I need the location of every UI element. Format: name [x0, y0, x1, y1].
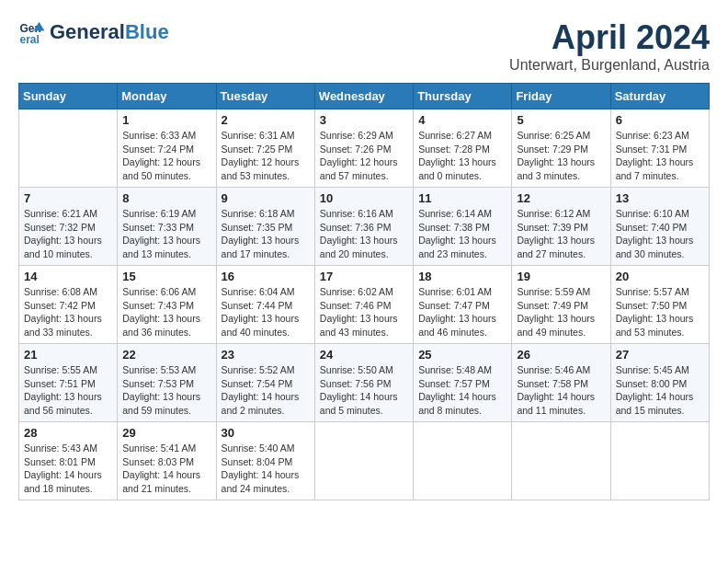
day-info: Sunrise: 5:43 AM Sunset: 8:01 PM Dayligh…: [24, 442, 112, 496]
day-info: Sunrise: 6:21 AM Sunset: 7:32 PM Dayligh…: [24, 207, 112, 261]
day-number: 7: [24, 191, 112, 205]
day-info: Sunrise: 6:31 AM Sunset: 7:25 PM Dayligh…: [222, 129, 310, 183]
day-number: 9: [222, 191, 310, 205]
day-number: 25: [418, 348, 506, 362]
day-info: Sunrise: 6:04 AM Sunset: 7:44 PM Dayligh…: [222, 285, 310, 339]
day-info: Sunrise: 5:40 AM Sunset: 8:04 PM Dayligh…: [222, 442, 310, 496]
day-info: Sunrise: 6:29 AM Sunset: 7:26 PM Dayligh…: [320, 129, 408, 183]
calendar-week-row: 1Sunrise: 6:33 AM Sunset: 7:24 PM Daylig…: [19, 109, 710, 188]
day-number: 12: [517, 191, 605, 205]
calendar-day-cell: 18Sunrise: 6:01 AM Sunset: 7:47 PM Dayli…: [414, 266, 512, 344]
calendar-day-cell: 5Sunrise: 6:25 AM Sunset: 7:29 PM Daylig…: [512, 109, 610, 188]
day-number: 4: [418, 113, 506, 127]
day-info: Sunrise: 6:27 AM Sunset: 7:28 PM Dayligh…: [418, 129, 506, 183]
day-number: 29: [122, 426, 210, 440]
calendar-day-cell: 28Sunrise: 5:43 AM Sunset: 8:01 PM Dayli…: [19, 422, 118, 500]
day-number: 1: [122, 113, 210, 127]
day-number: 21: [24, 348, 112, 362]
day-info: Sunrise: 5:41 AM Sunset: 8:03 PM Dayligh…: [122, 442, 210, 496]
day-number: 23: [222, 348, 310, 362]
calendar-week-row: 14Sunrise: 6:08 AM Sunset: 7:42 PM Dayli…: [19, 266, 710, 344]
calendar-day-cell: [19, 109, 118, 188]
month-title: April 2024: [509, 18, 710, 57]
day-number: 14: [24, 270, 112, 283]
day-number: 17: [320, 270, 408, 283]
day-number: 3: [320, 113, 408, 127]
day-number: 8: [122, 191, 210, 205]
weekday-header: Friday: [512, 84, 610, 109]
calendar-header-row: SundayMondayTuesdayWednesdayThursdayFrid…: [19, 84, 710, 109]
day-info: Sunrise: 6:33 AM Sunset: 7:24 PM Dayligh…: [122, 129, 210, 183]
day-info: Sunrise: 6:01 AM Sunset: 7:47 PM Dayligh…: [418, 285, 506, 339]
svg-text:eral: eral: [20, 33, 40, 46]
day-info: Sunrise: 6:12 AM Sunset: 7:39 PM Dayligh…: [517, 207, 605, 261]
calendar-day-cell: 12Sunrise: 6:12 AM Sunset: 7:39 PM Dayli…: [512, 188, 610, 266]
day-info: Sunrise: 5:50 AM Sunset: 7:56 PM Dayligh…: [320, 363, 408, 418]
calendar-day-cell: 10Sunrise: 6:16 AM Sunset: 7:36 PM Dayli…: [314, 188, 413, 266]
calendar-day-cell: 21Sunrise: 5:55 AM Sunset: 7:51 PM Dayli…: [19, 344, 118, 422]
calendar-day-cell: 8Sunrise: 6:19 AM Sunset: 7:33 PM Daylig…: [118, 188, 216, 266]
day-info: Sunrise: 6:02 AM Sunset: 7:46 PM Dayligh…: [320, 285, 408, 339]
day-number: 2: [222, 113, 310, 127]
calendar-day-cell: 25Sunrise: 5:48 AM Sunset: 7:57 PM Dayli…: [414, 344, 512, 422]
calendar-day-cell: [414, 422, 512, 500]
page-header: Gen eral GeneralBlue April 2024 Unterwar…: [18, 18, 710, 74]
calendar-day-cell: 3Sunrise: 6:29 AM Sunset: 7:26 PM Daylig…: [314, 109, 413, 188]
calendar-day-cell: 22Sunrise: 5:53 AM Sunset: 7:53 PM Dayli…: [118, 344, 216, 422]
day-info: Sunrise: 5:53 AM Sunset: 7:53 PM Dayligh…: [122, 363, 210, 418]
day-number: 11: [418, 191, 506, 205]
day-number: 16: [222, 270, 310, 283]
calendar-day-cell: 4Sunrise: 6:27 AM Sunset: 7:28 PM Daylig…: [414, 109, 512, 188]
day-number: 6: [616, 113, 704, 127]
day-info: Sunrise: 6:23 AM Sunset: 7:31 PM Dayligh…: [616, 129, 704, 183]
day-info: Sunrise: 5:57 AM Sunset: 7:50 PM Dayligh…: [616, 285, 704, 339]
calendar-day-cell: 24Sunrise: 5:50 AM Sunset: 7:56 PM Dayli…: [314, 344, 413, 422]
calendar-day-cell: [610, 422, 709, 500]
calendar-day-cell: 16Sunrise: 6:04 AM Sunset: 7:44 PM Dayli…: [216, 266, 314, 344]
title-area: April 2024 Unterwart, Burgenland, Austri…: [509, 18, 710, 74]
day-info: Sunrise: 6:18 AM Sunset: 7:35 PM Dayligh…: [222, 207, 310, 261]
calendar-day-cell: 29Sunrise: 5:41 AM Sunset: 8:03 PM Dayli…: [118, 422, 216, 500]
day-info: Sunrise: 5:55 AM Sunset: 7:51 PM Dayligh…: [24, 363, 112, 418]
day-info: Sunrise: 6:16 AM Sunset: 7:36 PM Dayligh…: [320, 207, 408, 261]
calendar-day-cell: 20Sunrise: 5:57 AM Sunset: 7:50 PM Dayli…: [610, 266, 709, 344]
calendar-week-row: 7Sunrise: 6:21 AM Sunset: 7:32 PM Daylig…: [19, 188, 710, 266]
weekday-header: Thursday: [414, 84, 512, 109]
calendar-day-cell: 23Sunrise: 5:52 AM Sunset: 7:54 PM Dayli…: [216, 344, 314, 422]
calendar-day-cell: 19Sunrise: 5:59 AM Sunset: 7:49 PM Dayli…: [512, 266, 610, 344]
calendar-day-cell: 17Sunrise: 6:02 AM Sunset: 7:46 PM Dayli…: [314, 266, 413, 344]
day-info: Sunrise: 6:25 AM Sunset: 7:29 PM Dayligh…: [517, 129, 605, 183]
day-info: Sunrise: 6:10 AM Sunset: 7:40 PM Dayligh…: [616, 207, 704, 261]
day-info: Sunrise: 6:19 AM Sunset: 7:33 PM Dayligh…: [122, 207, 210, 261]
calendar-day-cell: 11Sunrise: 6:14 AM Sunset: 7:38 PM Dayli…: [414, 188, 512, 266]
calendar-day-cell: 30Sunrise: 5:40 AM Sunset: 8:04 PM Dayli…: [216, 422, 314, 500]
day-info: Sunrise: 6:06 AM Sunset: 7:43 PM Dayligh…: [122, 285, 210, 339]
day-number: 30: [222, 426, 310, 440]
calendar-day-cell: 13Sunrise: 6:10 AM Sunset: 7:40 PM Dayli…: [610, 188, 709, 266]
day-info: Sunrise: 5:52 AM Sunset: 7:54 PM Dayligh…: [222, 363, 310, 418]
calendar-day-cell: 6Sunrise: 6:23 AM Sunset: 7:31 PM Daylig…: [610, 109, 709, 188]
calendar-week-row: 21Sunrise: 5:55 AM Sunset: 7:51 PM Dayli…: [19, 344, 710, 422]
calendar-day-cell: 1Sunrise: 6:33 AM Sunset: 7:24 PM Daylig…: [118, 109, 216, 188]
calendar-day-cell: 15Sunrise: 6:06 AM Sunset: 7:43 PM Dayli…: [118, 266, 216, 344]
day-number: 13: [616, 191, 704, 205]
day-number: 27: [616, 348, 704, 362]
day-number: 5: [517, 113, 605, 127]
calendar-day-cell: 26Sunrise: 5:46 AM Sunset: 7:58 PM Dayli…: [512, 344, 610, 422]
day-info: Sunrise: 5:48 AM Sunset: 7:57 PM Dayligh…: [418, 363, 506, 418]
calendar-day-cell: [314, 422, 413, 500]
day-number: 18: [418, 270, 506, 283]
day-number: 19: [517, 270, 605, 283]
day-number: 20: [616, 270, 704, 283]
day-info: Sunrise: 5:45 AM Sunset: 8:00 PM Dayligh…: [616, 363, 704, 418]
day-number: 24: [320, 348, 408, 362]
logo: Gen eral GeneralBlue: [18, 18, 169, 46]
weekday-header: Tuesday: [216, 84, 314, 109]
calendar-day-cell: 9Sunrise: 6:18 AM Sunset: 7:35 PM Daylig…: [216, 188, 314, 266]
calendar-day-cell: 2Sunrise: 6:31 AM Sunset: 7:25 PM Daylig…: [216, 109, 314, 188]
day-number: 28: [24, 426, 112, 440]
calendar-week-row: 28Sunrise: 5:43 AM Sunset: 8:01 PM Dayli…: [19, 422, 710, 500]
calendar-day-cell: [512, 422, 610, 500]
logo-name: GeneralBlue: [50, 21, 169, 43]
day-info: Sunrise: 5:46 AM Sunset: 7:58 PM Dayligh…: [517, 363, 605, 418]
